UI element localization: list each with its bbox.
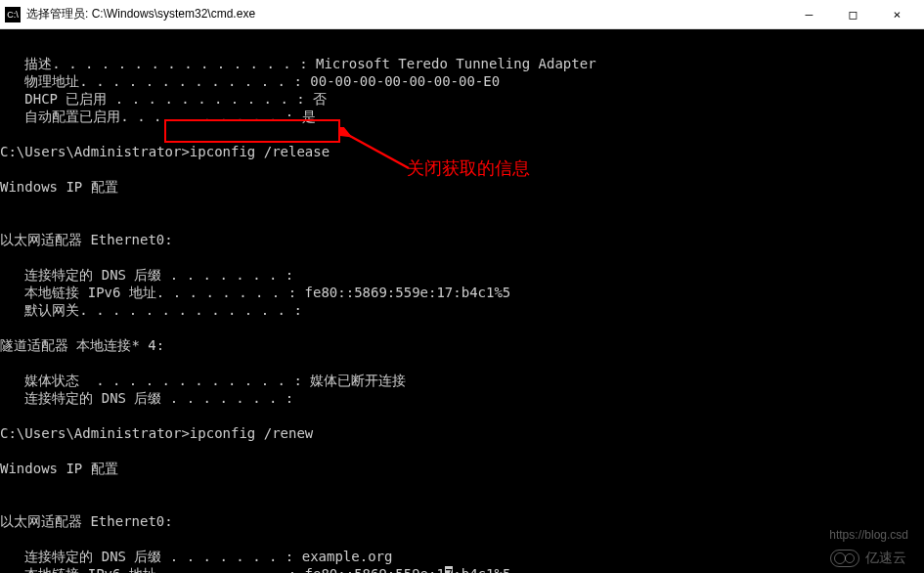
terminal-output[interactable]: 描述. . . . . . . . . . . . . . . : Micros… (0, 29, 924, 573)
close-button[interactable]: × (875, 1, 919, 28)
output-line: 本地链接 IPv6 地址. . . . . . . . : fe80::5869… (0, 566, 510, 573)
minimize-button[interactable]: — (787, 1, 831, 28)
cmd-icon: C:\ (5, 7, 21, 22)
output-line: 隧道适配器 本地连接* 4: (0, 337, 164, 353)
output-line: 本地链接 IPv6 地址. . . . . . . . : fe80::5869… (0, 285, 510, 300)
prompt-line: C:\Users\Administrator>ipconfig /release (0, 144, 330, 159)
window-title: 选择管理员: C:\Windows\system32\cmd.exe (26, 6, 787, 22)
output-line: 连接特定的 DNS 后缀 . . . . . . . : (0, 390, 293, 406)
output-line: 默认网关. . . . . . . . . . . . . : (0, 302, 302, 318)
output-line: 自动配置已启用. . . . . . . . . . : 是 (0, 109, 316, 124)
window-titlebar: C:\ 选择管理员: C:\Windows\system32\cmd.exe —… (0, 0, 924, 29)
output-line: 连接特定的 DNS 后缀 . . . . . . . : example.org (0, 549, 392, 564)
prompt-line: C:\Users\Administrator>ipconfig /renew (0, 425, 313, 441)
output-line: 媒体状态 . . . . . . . . . . . . : 媒体已断开连接 (0, 373, 406, 388)
output-line: Windows IP 配置 (0, 461, 118, 476)
output-line: 以太网适配器 Ethernet0: (0, 513, 173, 529)
output-line: Windows IP 配置 (0, 179, 118, 195)
output-line: 连接特定的 DNS 后缀 . . . . . . . : (0, 267, 293, 283)
output-line: 以太网适配器 Ethernet0: (0, 232, 173, 247)
window-controls: — □ × (787, 1, 919, 28)
output-line: 描述. . . . . . . . . . . . . . . : Micros… (0, 56, 596, 71)
maximize-button[interactable]: □ (831, 1, 875, 28)
output-line: DHCP 已启用 . . . . . . . . . . . : 否 (0, 91, 327, 107)
output-line: 物理地址. . . . . . . . . . . . . : 00-00-00… (0, 73, 500, 89)
